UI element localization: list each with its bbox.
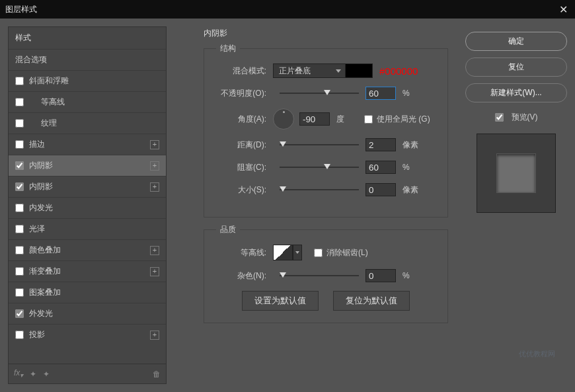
size-slider[interactable] (280, 189, 359, 190)
title-bar: 图层样式 ✕ (0, 0, 575, 19)
preview-box (477, 134, 556, 213)
color-swatch[interactable] (345, 63, 373, 78)
contour-label: 等高线: (216, 247, 273, 258)
plus-icon[interactable]: + (150, 267, 159, 276)
checkbox[interactable] (15, 267, 24, 276)
sidebar-item-stroke[interactable]: 描边 + (9, 134, 166, 155)
preview-label: 预览(V) (512, 112, 538, 123)
choke-input[interactable] (365, 161, 396, 174)
trash-icon[interactable]: 🗑 (153, 370, 161, 379)
opacity-input[interactable] (365, 87, 396, 100)
fx-icon[interactable]: fx▾ (14, 368, 23, 379)
quality-legend: 品质 (216, 224, 240, 235)
opacity-slider[interactable] (280, 93, 359, 94)
plus-icon[interactable]: + (150, 182, 159, 192)
blend-mode-dropdown[interactable]: 正片叠底 (273, 63, 346, 78)
antialias-label: 消除锯齿(L) (326, 247, 368, 258)
sidebar-item-bevel[interactable]: 斜面和浮雕 (9, 70, 166, 91)
sidebar-item-pattern-overlay[interactable]: 图案叠加 (9, 282, 166, 303)
noise-input[interactable] (365, 269, 396, 282)
angle-dial[interactable] (273, 108, 294, 130)
structure-legend: 结构 (216, 43, 240, 54)
hex-annotation: #000000 (379, 65, 418, 77)
sidebar-item-texture[interactable]: 纹理 (9, 112, 166, 134)
checkbox[interactable] (15, 204, 24, 212)
sidebar-item-color-overlay[interactable]: 颜色叠加 + (9, 239, 166, 260)
sidebar-item-satin[interactable]: 光泽 (9, 218, 166, 239)
structure-group: 结构 混合模式: 正片叠底 #000000 不透明度(O): % 角度(A): (204, 43, 448, 217)
arrow-up-icon[interactable]: ✦ (30, 370, 36, 379)
plus-icon[interactable]: + (150, 331, 159, 340)
checkbox[interactable] (15, 246, 24, 255)
checkbox[interactable] (15, 225, 24, 233)
sidebar-item-inner-shadow-1[interactable]: 内阴影 + (9, 155, 166, 176)
noise-label: 杂色(N): (216, 270, 273, 282)
checkbox[interactable] (15, 98, 24, 106)
choke-slider[interactable] (280, 167, 359, 168)
reset-default-button[interactable]: 复位为默认值 (333, 291, 410, 311)
sidebar-footer: fx▾ ✦ ✦ 🗑 (9, 364, 166, 383)
sidebar-item-gradient-overlay[interactable]: 渐变叠加 + (9, 260, 166, 282)
checkbox[interactable] (15, 161, 24, 170)
angle-input[interactable] (299, 112, 330, 126)
distance-label: 距离(D): (216, 139, 273, 151)
sidebar-blend-options[interactable]: 混合选项 (9, 49, 166, 70)
contour-swatch[interactable] (273, 245, 293, 260)
angle-label: 角度(A): (216, 114, 273, 125)
checkbox[interactable] (15, 119, 24, 128)
plus-icon[interactable]: + (150, 161, 159, 171)
antialias-checkbox[interactable] (314, 249, 323, 257)
distance-slider[interactable] (280, 144, 359, 145)
checkbox[interactable] (15, 309, 24, 318)
plus-icon[interactable]: + (150, 246, 159, 255)
checkbox[interactable] (15, 77, 24, 85)
arrow-down-icon[interactable]: ✦ (43, 370, 50, 379)
sidebar-item-contour[interactable]: 等高线 (9, 91, 166, 112)
sidebar-item-drop-shadow[interactable]: 投影 + (9, 324, 166, 345)
make-default-button[interactable]: 设置为默认值 (242, 291, 319, 311)
choke-label: 阻塞(C): (216, 162, 273, 173)
preview-checkbox[interactable] (495, 113, 504, 122)
distance-input[interactable] (365, 138, 396, 151)
opacity-label: 不透明度(O): (216, 88, 273, 99)
checkbox[interactable] (15, 140, 24, 149)
dialog-title: 图层样式 (5, 4, 37, 15)
sidebar-item-inner-glow[interactable]: 内发光 (9, 197, 166, 218)
sidebar-item-inner-shadow-2[interactable]: 内阴影 + (9, 176, 166, 197)
sidebar-item-outer-glow[interactable]: 外发光 (9, 303, 166, 324)
blend-mode-label: 混合模式: (216, 65, 273, 77)
panel-title: 内阴影 (204, 28, 448, 39)
preview-swatch (496, 153, 536, 193)
global-light-checkbox[interactable] (364, 115, 373, 124)
cancel-button[interactable]: 复位 (465, 58, 567, 77)
ok-button[interactable]: 确定 (465, 32, 567, 51)
checkbox[interactable] (15, 288, 24, 297)
size-input[interactable] (365, 183, 396, 196)
quality-group: 品质 等高线: 消除锯齿(L) 杂色(N): % 设置为默认值 复位为默认值 (204, 224, 448, 323)
sidebar-header[interactable]: 样式 (9, 27, 166, 49)
settings-panel: 内阴影 结构 混合模式: 正片叠底 #000000 不透明度(O): % 角度(… (192, 26, 460, 384)
style-sidebar: 样式 混合选项 斜面和浮雕 等高线 纹理 描边 (8, 26, 167, 384)
noise-slider[interactable] (280, 275, 359, 276)
size-label: 大小(S): (216, 184, 273, 196)
action-panel: 确定 复位 新建样式(W)... 预览(V) (465, 26, 567, 384)
checkbox[interactable] (15, 182, 24, 191)
contour-dropdown[interactable] (293, 245, 302, 260)
checkbox[interactable] (15, 331, 24, 339)
close-icon[interactable]: ✕ (556, 3, 570, 16)
plus-icon[interactable]: + (150, 140, 159, 149)
watermark: 优优教程网 (519, 349, 555, 359)
new-style-button[interactable]: 新建样式(W)... (465, 83, 567, 102)
global-light-label: 使用全局光 (G) (377, 114, 430, 125)
